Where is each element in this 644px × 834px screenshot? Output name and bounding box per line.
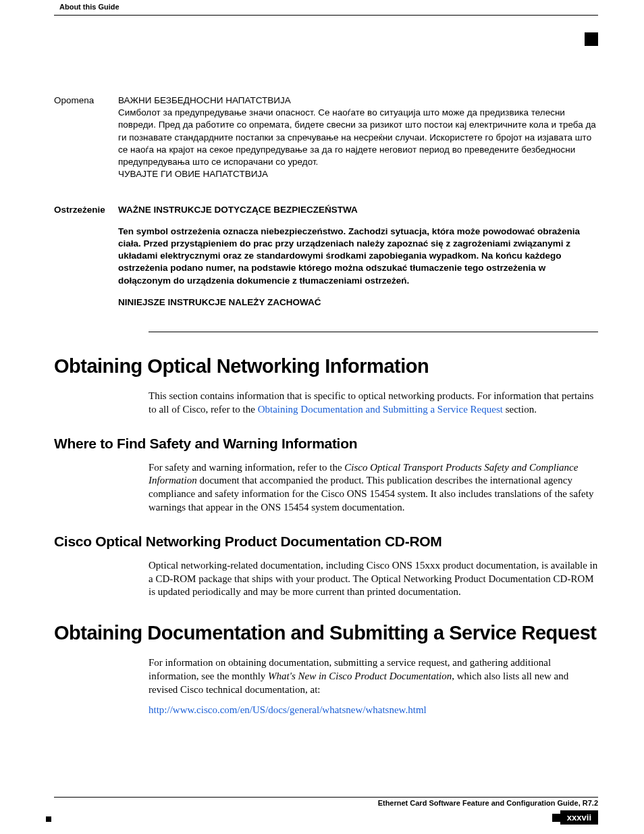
footer-marker-icon [46,816,51,822]
warning-body: WAŻNE INSTRUKCJE DOTYCZĄCE BEZPIECZEŃSTW… [118,204,598,316]
warning-label: Opomena [54,95,118,188]
italic-span: What's New in Cisco Product Documentatio… [268,671,452,681]
running-head: About this Guide [59,3,119,11]
page-content: Opomena ВАЖНИ БЕЗБЕДНОСНИ НАПАТСТВИЈА Си… [54,95,598,723]
warning-block: Opomena ВАЖНИ БЕЗБЕДНОСНИ НАПАТСТВИЈА Си… [54,95,598,188]
body-paragraph: This section contains information that i… [149,390,598,417]
header-marker-icon [585,32,598,46]
warning-footer: ЧУВАЈТЕ ГИ ОВИЕ НАПАТСТВИЈА [118,168,598,180]
warning-text: Ten symbol ostrzeżenia oznacza niebezpie… [118,226,598,287]
warning-footer: NINIEJSZE INSTRUKCJE NALEŻY ZACHOWAĆ [118,296,598,309]
section-rule [149,332,598,332]
warning-text: Симболот за предупредување значи опаснос… [118,107,598,168]
document-page: About this Guide Opomena ВАЖНИ БЕЗБЕДНОС… [0,0,644,834]
warning-block: Ostrzeżenie WAŻNE INSTRUKCJE DOTYCZĄCE B… [54,204,598,316]
footer-square-icon [552,814,560,822]
page-number: xxxvii [560,810,598,825]
warning-title: WAŻNE INSTRUKCJE DOTYCZĄCE BEZPIECZEŃSTW… [118,204,598,216]
link-obtaining-doc[interactable]: Obtaining Documentation and Submitting a… [258,404,503,415]
header-rule [54,15,598,16]
body-paragraph: For information on obtaining documentati… [149,656,598,696]
footer-doc-title: Ethernet Card Software Feature and Confi… [378,799,598,807]
heading-cdrom: Cisco Optical Networking Product Documen… [54,533,598,550]
footer-page-block: xxxvii [552,810,598,825]
body-paragraph: For safety and warning information, refe… [149,461,598,515]
footer-rule [54,797,598,798]
heading-obtaining-doc: Obtaining Documentation and Submitting a… [54,622,598,644]
heading-obtaining-optical: Obtaining Optical Networking Information [54,355,598,377]
link-whatsnew[interactable]: http://www.cisco.com/en/US/docs/general/… [149,704,427,715]
body-paragraph: http://www.cisco.com/en/US/docs/general/… [149,704,598,717]
heading-safety-warning: Where to Find Safety and Warning Informa… [54,436,598,452]
text-span: section. [503,404,537,415]
warning-title: ВАЖНИ БЕЗБЕДНОСНИ НАПАТСТВИЈА [118,95,598,107]
warning-body: ВАЖНИ БЕЗБЕДНОСНИ НАПАТСТВИЈА Симболот з… [118,95,598,188]
warning-label: Ostrzeżenie [54,204,118,316]
body-paragraph: Optical networking-related documentation… [149,559,598,599]
text-span: For safety and warning information, refe… [149,462,344,473]
text-span: document that accompanied the product. T… [149,475,593,513]
